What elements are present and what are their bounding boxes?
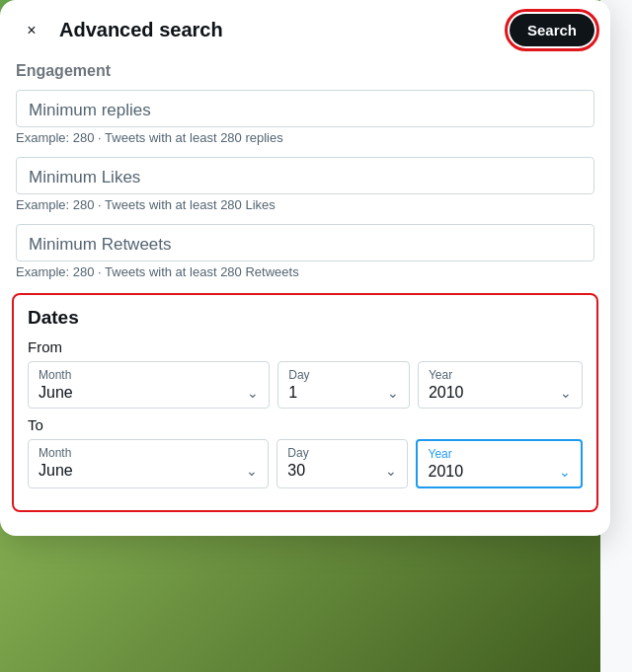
modal-title: Advanced search <box>59 19 223 41</box>
advanced-search-modal: × Advanced search Search Engagement Exam… <box>0 0 610 536</box>
modal-header: × Advanced search Search <box>0 0 610 56</box>
from-year-value-row: 2010 ⌄ <box>429 384 572 402</box>
from-day-label: Day <box>288 368 399 382</box>
to-month-label: Month <box>39 446 258 460</box>
to-month-value-row: June ⌄ <box>39 462 258 480</box>
dates-title: Dates <box>28 307 583 329</box>
to-day-value: 30 <box>287 462 305 480</box>
min-likes-input[interactable] <box>29 168 582 187</box>
to-year-label: Year <box>428 447 571 461</box>
from-year-chevron-icon: ⌄ <box>560 385 572 401</box>
from-day-value: 1 <box>288 384 297 402</box>
to-day-select[interactable]: Day 30 ⌄ <box>276 439 408 488</box>
min-retweets-hint: Example: 280 · Tweets with at least 280 … <box>0 261 610 285</box>
search-button[interactable]: Search <box>510 14 594 46</box>
close-icon: × <box>27 22 36 39</box>
from-year-label: Year <box>429 368 572 382</box>
from-month-value: June <box>39 384 73 402</box>
dates-section: Dates From Month June ⌄ Day 1 ⌄ Year <box>12 293 598 512</box>
from-month-label: Month <box>39 368 259 382</box>
to-day-chevron-icon: ⌄ <box>385 463 397 479</box>
to-month-select[interactable]: Month June ⌄ <box>28 439 269 488</box>
close-button[interactable]: × <box>16 15 47 46</box>
to-year-select[interactable]: Year 2010 ⌄ <box>416 439 583 488</box>
min-likes-hint: Example: 280 · Tweets with at least 280 … <box>0 194 610 218</box>
from-day-value-row: 1 ⌄ <box>288 384 399 402</box>
from-label: From <box>28 338 583 355</box>
engagement-section-label: Engagement <box>0 56 610 84</box>
min-replies-input[interactable] <box>29 101 582 120</box>
min-replies-hint: Example: 280 · Tweets with at least 280 … <box>0 127 610 151</box>
from-month-value-row: June ⌄ <box>39 384 259 402</box>
to-year-chevron-icon: ⌄ <box>559 464 571 480</box>
min-retweets-input-group[interactable] <box>16 224 594 261</box>
to-month-value: June <box>39 462 73 480</box>
to-day-value-row: 30 ⌄ <box>287 462 397 480</box>
from-month-select[interactable]: Month June ⌄ <box>28 361 270 409</box>
min-replies-input-group[interactable] <box>16 90 594 127</box>
to-year-value-row: 2010 ⌄ <box>428 463 571 481</box>
from-year-value: 2010 <box>429 384 464 402</box>
modal-title-group: × Advanced search <box>16 15 223 46</box>
from-day-select[interactable]: Day 1 ⌄ <box>277 361 410 409</box>
to-date-row: Month June ⌄ Day 30 ⌄ Year 2010 ⌄ <box>28 439 583 488</box>
from-day-chevron-icon: ⌄ <box>387 385 399 401</box>
from-date-row: Month June ⌄ Day 1 ⌄ Year 2010 ⌄ <box>28 361 583 409</box>
to-label: To <box>28 416 583 433</box>
from-year-select[interactable]: Year 2010 ⌄ <box>418 361 583 409</box>
to-year-value: 2010 <box>428 463 463 481</box>
from-month-chevron-icon: ⌄ <box>247 385 259 401</box>
to-month-chevron-icon: ⌄ <box>246 463 258 479</box>
min-retweets-input[interactable] <box>29 235 582 255</box>
min-likes-input-group[interactable] <box>16 157 594 194</box>
to-day-label: Day <box>287 446 397 460</box>
